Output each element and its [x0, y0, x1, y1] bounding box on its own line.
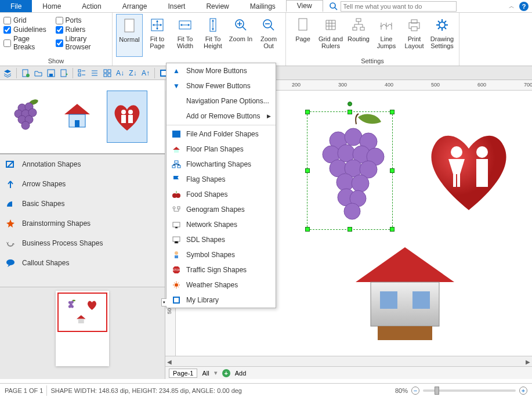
mi-nav-pane[interactable]: Navigation Pane Options... — [167, 93, 276, 109]
zoom-fit-width[interactable]: Fit To Width — [172, 14, 198, 57]
cat-brainstorm[interactable]: Brainstorming Shapes — [0, 214, 165, 233]
svg-rect-28 — [108, 74, 111, 77]
handle-n[interactable] — [348, 110, 352, 114]
check-rulers[interactable]: Rulers — [56, 26, 108, 34]
zoom-out-btn[interactable]: − — [411, 387, 419, 395]
zoom-fit-height[interactable]: Fit To Height — [200, 14, 226, 57]
help-icon[interactable]: ? — [519, 2, 529, 11]
search-input[interactable] — [341, 1, 457, 12]
handle-sw[interactable] — [305, 227, 310, 232]
check-pagebreaks[interactable]: Page Breaks — [3, 35, 49, 51]
cat-bizprocess[interactable]: Business Process Shapes — [0, 233, 165, 253]
h-scrollbar[interactable]: ◀ ▶ — [165, 356, 532, 366]
handle-nw[interactable] — [305, 110, 310, 114]
cat-annotation[interactable]: Annotation Shapes — [0, 154, 165, 174]
overflow-tab[interactable]: ▾ — [161, 298, 167, 306]
scroll-left-icon[interactable]: ◀ — [165, 356, 173, 367]
cat-arrow[interactable]: Arrow Shapes — [0, 174, 165, 194]
mi-sdl[interactable]: SDL Shapes — [167, 232, 276, 247]
canvas-heart[interactable] — [419, 123, 518, 216]
mi-genogram[interactable]: Genogram Shapes — [167, 202, 276, 217]
tb-new-icon[interactable] — [20, 68, 31, 78]
group-show-label: Show — [3, 57, 108, 66]
page-tabs: Page-1 All ▾ + Add — [165, 366, 532, 379]
settings-grid-rulers[interactable]: Grid and Rulers — [317, 14, 344, 57]
menu-action[interactable]: Action — [71, 0, 111, 12]
settings-drawing[interactable]: Drawing Settings — [429, 14, 455, 57]
mi-show-more[interactable]: ▲Show More Buttons — [167, 63, 276, 78]
shape-house[interactable] — [57, 91, 97, 143]
check-guidelines[interactable]: Guidelines — [3, 26, 49, 34]
svg-point-19 — [26, 74, 30, 77]
mi-traffic[interactable]: STOPTraffic Sign Shapes — [167, 262, 276, 277]
tb-list2-icon[interactable] — [89, 68, 100, 78]
mi-flag[interactable]: Flag Shapes — [167, 172, 276, 187]
menu-home[interactable]: Home — [32, 0, 71, 12]
check-grid[interactable]: Grid — [3, 16, 49, 24]
zoom-in-btn[interactable]: + — [519, 387, 527, 395]
shape-heart-people[interactable] — [107, 91, 147, 143]
mi-symbol[interactable]: Symbol Shapes — [167, 247, 276, 262]
mi-add-remove[interactable]: Add or Remove Buttons▶ — [167, 109, 276, 124]
add-page-label[interactable]: Add — [235, 370, 247, 377]
settings-routing[interactable]: Routing — [345, 14, 372, 57]
menu-file[interactable]: File — [0, 0, 32, 12]
group-settings-label: Settings — [289, 57, 455, 66]
tb-sort-za-icon[interactable]: Z↓ — [128, 68, 138, 78]
handle-w[interactable] — [305, 168, 310, 173]
tb-layers-icon[interactable] — [2, 68, 13, 78]
rotate-handle[interactable] — [348, 102, 352, 106]
status-shape: SHAPE WIDTH: 148.63 dip, HEIGHT: 234.85 … — [50, 387, 242, 394]
menu-view[interactable]: View — [286, 0, 323, 12]
collapse-ribbon-icon[interactable]: ︿ — [509, 2, 515, 10]
settings-print-layout[interactable]: Print Layout — [401, 14, 428, 57]
handle-s[interactable] — [348, 227, 352, 232]
cat-callout[interactable]: Callout Shapes — [0, 253, 165, 273]
zoom-slider[interactable] — [423, 389, 516, 392]
handle-se[interactable] — [390, 227, 395, 232]
tb-sort-az-icon[interactable]: A↓ — [115, 68, 125, 78]
check-library[interactable]: Library Browser — [56, 35, 108, 51]
svg-rect-12 — [353, 27, 357, 30]
menu-review[interactable]: Review — [196, 0, 239, 12]
zoom-fit-page[interactable]: Fit to Page — [144, 14, 171, 57]
settings-page[interactable]: Page — [289, 14, 316, 57]
mi-network[interactable]: Network Shapes — [167, 217, 276, 232]
mi-flowchart[interactable]: Flowcharting Shapes — [167, 157, 276, 172]
zoom-in[interactable]: Zoom In — [227, 14, 254, 57]
cat-basic[interactable]: Basic Shapes — [0, 194, 165, 214]
scroll-right-icon[interactable]: ▶ — [524, 356, 532, 367]
menu-mailings[interactable]: Mailings — [240, 0, 286, 12]
menu-arrange[interactable]: Arrange — [112, 0, 158, 12]
svg-rect-21 — [49, 74, 53, 77]
handle-ne[interactable] — [390, 110, 395, 114]
selection-box[interactable] — [307, 111, 393, 230]
mi-show-fewer[interactable]: ▼Show Fewer Buttons — [167, 78, 276, 93]
tb-sort-rev-icon[interactable]: A↑ — [140, 68, 151, 78]
shape-grapes[interactable] — [7, 91, 48, 143]
menu-insert[interactable]: Insert — [157, 0, 196, 12]
tb-grid-icon[interactable] — [102, 68, 113, 78]
canvas-house[interactable] — [350, 241, 460, 346]
mi-weather[interactable]: Weather Shapes — [167, 277, 276, 293]
mi-my-library[interactable]: My Library — [167, 293, 276, 308]
tb-save-icon[interactable] — [46, 68, 56, 78]
check-ports[interactable]: Ports — [56, 16, 108, 24]
zoom-normal[interactable]: Normal — [116, 14, 143, 57]
handle-e[interactable] — [390, 168, 395, 173]
zoom-out[interactable]: Zoom Out — [255, 14, 282, 57]
svg-point-93 — [175, 283, 178, 287]
page-thumbnail[interactable] — [56, 291, 109, 366]
mi-food[interactable]: Food Shapes — [167, 187, 276, 202]
add-page-icon[interactable]: + — [222, 369, 230, 377]
tb-list1-icon[interactable] — [77, 68, 87, 78]
page-thumbnail-area — [0, 287, 165, 379]
tb-open-icon[interactable] — [33, 68, 44, 78]
svg-rect-16 — [411, 27, 417, 31]
page-tab-1[interactable]: Page-1 — [169, 369, 197, 378]
tabs-all[interactable]: All — [202, 370, 209, 377]
tb-export-icon[interactable] — [59, 68, 69, 78]
mi-floor-plan[interactable]: Floor Plan Shapes — [167, 142, 276, 157]
mi-file-folder[interactable]: File And Folder Shapes — [167, 127, 276, 142]
settings-line-jumps[interactable]: Line Jumps — [373, 14, 400, 57]
